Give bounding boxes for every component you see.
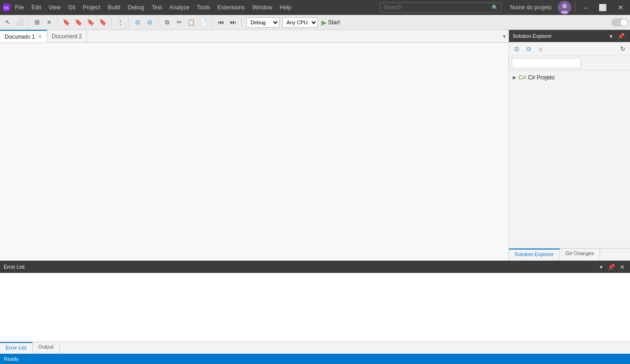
forward-circle-icon: ⊙ [147, 19, 152, 26]
main-area: Documetn 1 ✕ Document 2 ▾ Solution Explo… [0, 30, 630, 354]
avatar-icon [558, 1, 571, 14]
toolbar-separator-6 [212, 18, 212, 27]
user-avatar[interactable] [558, 1, 571, 14]
back-circle-icon: ⊙ [135, 19, 140, 26]
solution-header-icons: ▾ 📌 [608, 32, 626, 40]
step-forward-icon: ⏭ [230, 19, 236, 26]
menu-test[interactable]: Test [148, 2, 166, 13]
project-name-button[interactable]: Nome do projeto [505, 3, 556, 12]
paste-icon: 📋 [187, 19, 195, 26]
minimize-button[interactable]: – [579, 2, 592, 13]
editor-panel: Documetn 1 ✕ Document 2 ▾ [0, 30, 508, 260]
error-list-pin-button[interactable]: 📌 [606, 263, 616, 271]
main-toolbar: ↖ ⬜ ⊞ ≡ 🔖 🔖 🔖 🔖 ⋮ ⊙ ⊙ ⧉ ✂ 📋 [0, 15, 630, 30]
toolbar-separator-4 [129, 18, 129, 27]
tabs-overflow-button[interactable]: ▾ [500, 30, 508, 43]
step-back-button[interactable]: ⏮ [215, 17, 226, 28]
solution-home-button[interactable]: ⌂ [535, 44, 546, 54]
select-tool-button[interactable]: ↖ [2, 17, 13, 28]
status-bar: Ready [0, 354, 630, 364]
menu-build[interactable]: Build [104, 2, 124, 13]
bookmark-icon-3: 🔖 [87, 19, 94, 26]
bookmark-icon-4: 🔖 [99, 19, 107, 26]
solution-pin-button[interactable]: 📌 [616, 32, 626, 40]
menu-project[interactable]: Project [79, 2, 104, 13]
menu-edit[interactable]: Edit [28, 2, 45, 13]
search-icon: 🔍 [492, 5, 498, 11]
list-view-button[interactable]: ≡ [43, 17, 55, 28]
step-back-icon: ⏮ [218, 19, 224, 26]
title-search-container: 🔍 [380, 2, 501, 13]
solution-nav-fwd-button[interactable]: ⊙ [523, 44, 534, 54]
start-button[interactable]: ▶ Start [319, 18, 343, 27]
solution-tree: ▶ C# C# Projeto [509, 71, 630, 248]
vs-logo-icon: VS [2, 3, 11, 12]
close-button[interactable]: ✕ [613, 2, 628, 13]
menu-bar: File Edit View Git Project Build Debug T… [11, 2, 376, 13]
editor-sidebar-area: Documetn 1 ✕ Document 2 ▾ Solution Explo… [0, 30, 630, 260]
tab-1-close-icon[interactable]: ✕ [38, 34, 42, 40]
title-search-input[interactable] [383, 4, 490, 11]
paste-button[interactable]: 📋 [186, 17, 197, 28]
solution-explorer-panel: Solution Explorer ▾ 📌 ⊙ ⊙ ⌂ ↻ [508, 30, 630, 260]
cut-icon: ✂ [177, 19, 182, 26]
git-changes-tab[interactable]: Git Changes [560, 249, 600, 260]
editor-tab-2[interactable]: Document 2 [47, 30, 87, 43]
more-options-button[interactable]: ⋮ [115, 17, 126, 28]
select-box-button[interactable]: ⬜ [14, 17, 25, 28]
menu-tools[interactable]: Tools [193, 2, 214, 13]
menu-extensions[interactable]: Extensions [214, 2, 249, 13]
cpu-select[interactable]: Any CPU x86 x64 [282, 17, 318, 28]
error-list-close-button[interactable]: ✕ [618, 263, 626, 271]
grid-view-button[interactable]: ⊞ [31, 17, 43, 28]
cut-button[interactable]: ✂ [173, 17, 185, 28]
solution-dropdown-button[interactable]: ▾ [608, 32, 614, 40]
restore-button[interactable]: ⬜ [594, 2, 611, 13]
menu-file[interactable]: File [11, 2, 28, 13]
toggle-switch-area [611, 18, 628, 27]
csharp-project-icon: C# [518, 74, 526, 81]
menu-view[interactable]: View [45, 2, 64, 13]
error-list-bottom-tab[interactable]: Error List [0, 342, 33, 354]
solution-explorer-title: Solution Explorer [513, 33, 608, 39]
step-forward-button[interactable]: ⏭ [227, 17, 238, 28]
error-list-dropdown-button[interactable]: ▾ [598, 263, 604, 271]
menu-help[interactable]: Help [276, 2, 295, 13]
editor-content-area[interactable] [0, 43, 508, 260]
error-bottom-tabs: Error List Output [0, 342, 630, 354]
tab-1-label: Documetn 1 [5, 34, 35, 40]
nav-back-button[interactable]: ⊙ [132, 17, 143, 28]
title-bar-right: Nome do projeto – ⬜ ✕ [505, 1, 628, 14]
title-bar: VS File Edit View Git Project Build Debu… [0, 0, 630, 15]
solution-search-input[interactable] [512, 58, 581, 68]
tabs-overflow-icon: ▾ [503, 33, 506, 40]
title-separator [575, 3, 575, 12]
output-bottom-tab[interactable]: Output [33, 342, 60, 354]
menu-git[interactable]: Git [64, 2, 79, 13]
menu-analyze[interactable]: Analyze [166, 2, 193, 13]
debug-config-select[interactable]: Debug Release [246, 17, 279, 28]
copy-button[interactable]: ⧉ [161, 17, 172, 28]
editor-tab-1[interactable]: Documetn 1 ✕ [0, 30, 47, 43]
toolbar-separator-5 [158, 18, 158, 27]
solution-explorer-bottom-tab[interactable]: Solution Explorer [509, 249, 560, 260]
bookmark-button-3[interactable]: 🔖 [85, 17, 96, 28]
toolbar-separator-1 [28, 18, 29, 27]
tab-2-label: Document 2 [52, 33, 82, 40]
new-file-button[interactable]: 📄 [198, 17, 209, 28]
error-list-panel: Error List ▾ 📌 ✕ Error List Output [0, 260, 630, 354]
error-header-icons: ▾ 📌 ✕ [598, 263, 626, 271]
editor-tabs-bar: Documetn 1 ✕ Document 2 ▾ [0, 30, 508, 43]
tree-item-csharp-projeto[interactable]: ▶ C# C# Projeto [509, 72, 630, 82]
new-file-icon: 📄 [200, 19, 207, 26]
solution-nav-back-button[interactable]: ⊙ [511, 44, 522, 54]
menu-window[interactable]: Window [249, 2, 276, 13]
solution-search-area [509, 56, 630, 71]
bookmark-button-2[interactable]: 🔖 [73, 17, 84, 28]
bookmark-button-1[interactable]: 🔖 [61, 17, 72, 28]
nav-forward-button[interactable]: ⊙ [144, 17, 155, 28]
bookmark-button-4[interactable]: 🔖 [97, 17, 108, 28]
toggle-switch[interactable] [611, 18, 628, 27]
solution-refresh-button[interactable]: ↻ [617, 44, 628, 54]
menu-debug[interactable]: Debug [124, 2, 148, 13]
